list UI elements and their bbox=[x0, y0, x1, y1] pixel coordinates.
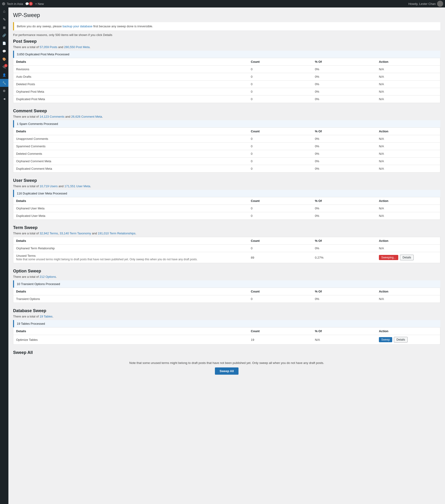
cell-action: N/A bbox=[376, 73, 440, 81]
howdy-text: Howdy, Lester Chan bbox=[408, 2, 436, 6]
cell-pct: 0% bbox=[312, 66, 376, 73]
user-sweep-description: There are a total of 10,719 Users and 17… bbox=[13, 184, 440, 188]
post-sweep-col-pct: % Of bbox=[312, 58, 376, 66]
sidebar-item-users[interactable]: 👤 bbox=[0, 71, 8, 79]
page-title: WP-Sweep bbox=[13, 12, 440, 18]
sweep-all-button[interactable]: Sweep All bbox=[215, 367, 239, 375]
sweep-all-content: Note that some unused terms might belong… bbox=[13, 357, 440, 379]
cell-detail: Orphaned User Meta bbox=[13, 205, 248, 212]
cell-count: 0 bbox=[248, 73, 312, 81]
table-row: Spammed Comments 0 0% N/A bbox=[13, 143, 440, 150]
wp-logo-icon: ⊛ bbox=[2, 1, 5, 6]
table-row: Auto Drafts 0 0% N/A bbox=[13, 73, 440, 81]
user-sweep-col-count: Count bbox=[248, 197, 312, 205]
optimize-tables-details-button[interactable]: Details bbox=[394, 337, 408, 342]
table-row: Unapproved Comments 0 0% N/A bbox=[13, 135, 440, 143]
cell-pct: 0% bbox=[312, 135, 376, 143]
cell-detail: Optimize Tables bbox=[13, 335, 248, 344]
comment-sweep-heading: Comment Sweep bbox=[13, 108, 440, 113]
term-relationships-link[interactable]: 191,010 Term Relationships bbox=[98, 232, 135, 235]
user-meta-link[interactable]: 171,551 User Meta bbox=[64, 184, 90, 188]
unused-terms-details-button[interactable]: Details bbox=[400, 255, 414, 260]
sweep-all-heading: Sweep All bbox=[13, 350, 440, 355]
cell-count: 0 bbox=[248, 205, 312, 212]
cell-detail: Orphaned Comment Meta bbox=[13, 158, 248, 165]
optimize-tables-sweep-button[interactable]: Sweep bbox=[379, 337, 392, 342]
cell-count: 0 bbox=[248, 295, 312, 303]
table-row: Orphaned Comment Meta 0 0% N/A bbox=[13, 158, 440, 165]
post-sweep-col-action: Action bbox=[376, 58, 440, 66]
cell-pct: 0% bbox=[312, 81, 376, 88]
unused-terms-sweep-button[interactable]: Sweeping... bbox=[379, 255, 398, 260]
comment-sweep-col-details: Details bbox=[13, 128, 248, 135]
database-sweep-description: There are a total of 19 Tables. bbox=[13, 315, 440, 318]
sidebar-item-plugins[interactable]: 🔌1 bbox=[0, 63, 8, 71]
user-sweep-section: User Sweep There are a total of 10,719 U… bbox=[13, 178, 440, 220]
admin-sidebar: ⌂ ✎ ▦ 🔗 📄 💬 🎨 🔌1 👤 🔧 ⚙ ◀ bbox=[0, 7, 8, 504]
user-sweep-col-action: Action bbox=[376, 197, 440, 205]
cell-action: N/A bbox=[376, 158, 440, 165]
cell-action: N/A bbox=[376, 135, 440, 143]
new-content-link[interactable]: + New bbox=[35, 2, 44, 6]
sidebar-item-comments[interactable]: 💬 bbox=[0, 47, 8, 55]
comment-sweep-col-pct: % Of bbox=[312, 128, 376, 135]
database-sweep-col-count: Count bbox=[248, 327, 312, 335]
cell-detail: Duplicated Post Meta bbox=[13, 95, 248, 103]
avatar bbox=[437, 1, 443, 7]
sidebar-item-media[interactable]: ▦ bbox=[0, 23, 8, 31]
user-sweep-col-pct: % Of bbox=[312, 197, 376, 205]
cell-detail: Deleted Posts bbox=[13, 81, 248, 88]
cell-count: 19 bbox=[248, 335, 312, 344]
performance-notice: For performance reasons, only 500 items … bbox=[13, 33, 440, 37]
sidebar-item-appearance[interactable]: 🎨 bbox=[0, 55, 8, 63]
cell-detail: Duplicated Comment Meta bbox=[13, 165, 248, 173]
cell-pct: 0% bbox=[312, 95, 376, 103]
sidebar-item-pages[interactable]: 📄 bbox=[0, 39, 8, 47]
cell-count: 0 bbox=[248, 81, 312, 88]
database-sweep-processed: 19 Tables Processed bbox=[13, 320, 440, 327]
terms-link[interactable]: 32,942 Terms bbox=[39, 232, 58, 235]
backup-link[interactable]: backup your database bbox=[63, 24, 93, 28]
cell-detail: Orphaned Post Meta bbox=[13, 88, 248, 95]
database-sweep-table: Details Count % Of Action Optimize Table… bbox=[13, 327, 440, 344]
sidebar-item-settings[interactable]: ⚙ bbox=[0, 87, 8, 95]
admin-bar: ⊛ Tech in Asia 💬 0 + New Howdy, Lester C… bbox=[0, 0, 445, 7]
comments-link[interactable]: 14,123 Comments bbox=[39, 115, 64, 118]
user-sweep-heading: User Sweep bbox=[13, 178, 440, 183]
option-sweep-table: Details Count % Of Action Transient Opti… bbox=[13, 288, 440, 303]
posts-link[interactable]: 57,059 Posts bbox=[39, 45, 57, 49]
database-sweep-col-action: Action bbox=[376, 327, 440, 335]
cell-detail: Duplicated User Meta bbox=[13, 212, 248, 220]
database-sweep-heading: Database Sweep bbox=[13, 308, 440, 313]
sidebar-item-dashboard[interactable]: ⌂ bbox=[0, 7, 8, 15]
post-meta-link[interactable]: 280,550 Post Meta bbox=[64, 45, 90, 49]
table-row: Orphaned User Meta 0 0% N/A bbox=[13, 205, 440, 212]
sidebar-item-tools[interactable]: 🔧 bbox=[0, 79, 8, 87]
options-link[interactable]: 212 Options bbox=[39, 275, 56, 278]
option-sweep-col-action: Action bbox=[376, 288, 440, 295]
comment-count-badge: 0 bbox=[29, 2, 33, 6]
term-sweep-table-wrapper: Details Count % Of Action Orphaned Term … bbox=[13, 237, 440, 263]
term-taxonomy-link[interactable]: 33,140 Term Taxonomy bbox=[59, 232, 91, 235]
cell-pct: 0% bbox=[312, 150, 376, 158]
sidebar-item-posts[interactable]: ✎ bbox=[0, 15, 8, 23]
cell-count: 0 bbox=[248, 165, 312, 173]
cell-action: N/A bbox=[376, 143, 440, 150]
cell-action: Sweep Details bbox=[376, 335, 440, 344]
tables-link[interactable]: 19 Tables bbox=[39, 315, 52, 318]
user-sweep-table-wrapper: Details Count % Of Action Orphaned User … bbox=[13, 197, 440, 220]
cell-detail: Deleted Comments bbox=[13, 150, 248, 158]
cell-count: 0 bbox=[248, 95, 312, 103]
term-sweep-col-details: Details bbox=[13, 237, 248, 245]
users-link[interactable]: 10,719 Users bbox=[39, 184, 57, 188]
comment-icon: 💬 bbox=[25, 2, 29, 6]
cell-pct: 0% bbox=[312, 205, 376, 212]
site-name[interactable]: Tech in Asia bbox=[7, 2, 23, 6]
cell-action: N/A bbox=[376, 295, 440, 303]
cell-detail: Auto Drafts bbox=[13, 73, 248, 81]
comment-meta-link[interactable]: 26,626 Comment Meta bbox=[71, 115, 102, 118]
sidebar-item-links[interactable]: 🔗 bbox=[0, 31, 8, 39]
user-sweep-table: Details Count % Of Action Orphaned User … bbox=[13, 197, 440, 219]
sidebar-item-collapse[interactable]: ◀ bbox=[0, 95, 8, 103]
post-sweep-processed: 3,650 Duplicated Post Meta Processed bbox=[13, 51, 440, 58]
